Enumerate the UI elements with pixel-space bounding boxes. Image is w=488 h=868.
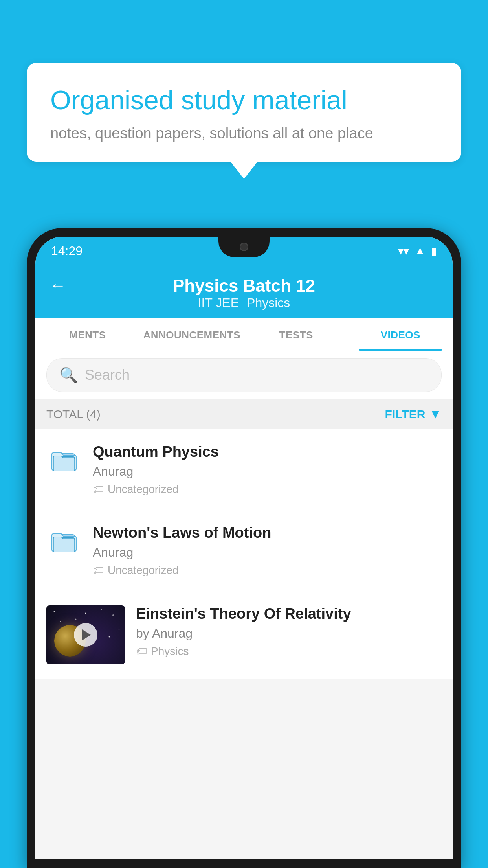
tab-videos[interactable]: VIDEOS bbox=[349, 318, 453, 351]
svg-point-7 bbox=[101, 609, 102, 610]
status-icons: ▾▾ ▲ ▮ bbox=[398, 245, 437, 257]
item-author: Anurag bbox=[93, 545, 442, 560]
item-title: Newton's Laws of Motion bbox=[93, 524, 442, 541]
tag-icon: 🏷 bbox=[93, 564, 104, 577]
tab-announcements[interactable]: ANNOUNCEMENTS bbox=[140, 318, 244, 351]
list-item[interactable]: Einstein's Theory Of Relativity by Anura… bbox=[35, 591, 453, 679]
search-icon: 🔍 bbox=[59, 366, 78, 384]
filter-bar: TOTAL (4) FILTER ▼ bbox=[35, 399, 453, 429]
bubble-subtitle: notes, question papers, solutions all at… bbox=[50, 125, 438, 142]
signal-icon: ▲ bbox=[415, 245, 426, 257]
play-button[interactable] bbox=[74, 623, 97, 647]
svg-point-8 bbox=[112, 614, 114, 616]
header-tag1: IIT JEE bbox=[198, 296, 239, 310]
status-bar: 14:29 ▾▾ ▲ ▮ bbox=[35, 237, 453, 265]
tab-tests[interactable]: TESTS bbox=[244, 318, 349, 351]
list-item[interactable]: Newton's Laws of Motion Anurag 🏷 Uncateg… bbox=[35, 510, 453, 591]
item-info: Quantum Physics Anurag 🏷 Uncategorized bbox=[93, 443, 442, 496]
filter-label: FILTER bbox=[385, 408, 426, 421]
item-tag: 🏷 Uncategorized bbox=[93, 564, 442, 577]
play-icon bbox=[82, 629, 91, 640]
folder-icon bbox=[46, 524, 82, 554]
wifi-icon: ▾▾ bbox=[398, 245, 409, 257]
svg-point-5 bbox=[70, 608, 70, 609]
svg-point-9 bbox=[60, 621, 61, 622]
item-info: Newton's Laws of Motion Anurag 🏷 Uncateg… bbox=[93, 524, 442, 577]
bubble-title: Organised study material bbox=[50, 84, 438, 116]
notch bbox=[218, 237, 270, 257]
list-item[interactable]: Quantum Physics Anurag 🏷 Uncategorized bbox=[35, 429, 453, 510]
filter-button[interactable]: FILTER ▼ bbox=[385, 407, 442, 421]
tab-bar: MENTS ANNOUNCEMENTS TESTS VIDEOS bbox=[35, 318, 453, 351]
folder-icon bbox=[46, 443, 82, 473]
speech-bubble: Organised study material notes, question… bbox=[27, 63, 461, 162]
video-list: Quantum Physics Anurag 🏷 Uncategorized bbox=[35, 429, 453, 679]
camera-dot bbox=[240, 243, 248, 251]
tag-label: Physics bbox=[151, 645, 189, 658]
search-placeholder: Search bbox=[85, 367, 130, 383]
item-title: Einstein's Theory Of Relativity bbox=[136, 605, 442, 622]
phone-screen: 14:29 ▾▾ ▲ ▮ ← Physics Batch 12 IIT JEE … bbox=[35, 237, 453, 859]
tag-icon: 🏷 bbox=[136, 645, 147, 658]
svg-point-11 bbox=[107, 623, 108, 623]
app-header: ← Physics Batch 12 IIT JEE Physics bbox=[35, 265, 453, 318]
tag-label: Uncategorized bbox=[108, 564, 179, 577]
item-title: Quantum Physics bbox=[93, 443, 442, 460]
item-author: by Anurag bbox=[136, 626, 442, 641]
tag-label: Uncategorized bbox=[108, 483, 179, 496]
filter-icon: ▼ bbox=[429, 407, 442, 421]
item-tag: 🏷 Physics bbox=[136, 645, 442, 658]
tab-ments[interactable]: MENTS bbox=[35, 318, 140, 351]
item-info: Einstein's Theory Of Relativity by Anura… bbox=[136, 605, 442, 658]
header-tag2: Physics bbox=[247, 296, 290, 310]
svg-point-10 bbox=[75, 619, 77, 620]
svg-point-12 bbox=[119, 629, 120, 630]
status-time: 14:29 bbox=[51, 244, 83, 258]
battery-icon: ▮ bbox=[431, 245, 437, 257]
item-tag: 🏷 Uncategorized bbox=[93, 483, 442, 496]
total-count: TOTAL (4) bbox=[46, 408, 101, 421]
tag-icon: 🏷 bbox=[93, 483, 104, 496]
svg-point-6 bbox=[85, 613, 86, 614]
search-bar[interactable]: 🔍 Search bbox=[46, 358, 442, 392]
back-button[interactable]: ← bbox=[50, 276, 66, 295]
svg-point-4 bbox=[54, 611, 55, 612]
item-author: Anurag bbox=[93, 464, 442, 479]
phone-frame: 14:29 ▾▾ ▲ ▮ ← Physics Batch 12 IIT JEE … bbox=[27, 228, 461, 868]
svg-point-13 bbox=[50, 633, 51, 633]
svg-point-16 bbox=[109, 636, 110, 638]
search-container: 🔍 Search bbox=[35, 351, 453, 399]
header-title: Physics Batch 12 bbox=[173, 276, 315, 296]
video-thumbnail bbox=[46, 605, 125, 664]
header-subtitle: IIT JEE Physics bbox=[198, 296, 290, 310]
